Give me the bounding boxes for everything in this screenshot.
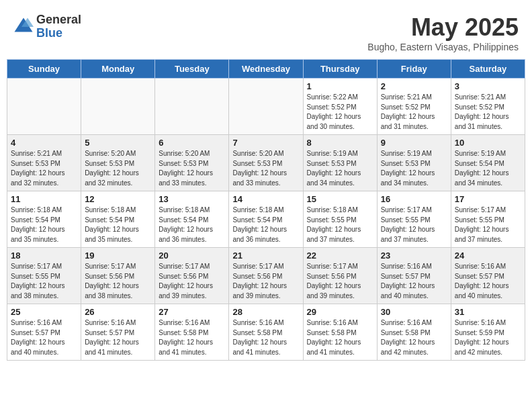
calendar-cell: 22Sunrise: 5:17 AM Sunset: 5:56 PM Dayli… [303, 248, 377, 304]
day-number: 7 [232, 138, 299, 148]
page-header: General Blue May 2025 Bugho, Eastern Vis… [7, 7, 525, 56]
day-number: 11 [11, 194, 77, 204]
day-number: 13 [159, 194, 225, 204]
day-number: 29 [307, 307, 373, 317]
day-number: 1 [307, 81, 373, 91]
day-number: 25 [11, 307, 77, 317]
day-info: Sunrise: 5:16 AM Sunset: 5:57 PM Dayligh… [85, 318, 151, 357]
calendar-cell [229, 79, 303, 135]
day-info: Sunrise: 5:17 AM Sunset: 5:56 PM Dayligh… [307, 262, 373, 301]
calendar-week-row: 4Sunrise: 5:21 AM Sunset: 5:53 PM Daylig… [7, 135, 525, 191]
day-number: 20 [159, 250, 225, 261]
calendar-cell: 17Sunrise: 5:17 AM Sunset: 5:55 PM Dayli… [451, 191, 525, 248]
calendar-week-row: 11Sunrise: 5:18 AM Sunset: 5:54 PM Dayli… [7, 191, 525, 248]
day-number: 6 [159, 138, 225, 148]
calendar-cell: 24Sunrise: 5:16 AM Sunset: 5:57 PM Dayli… [451, 248, 525, 304]
day-info: Sunrise: 5:16 AM Sunset: 5:57 PM Dayligh… [11, 318, 77, 357]
day-number: 28 [232, 307, 299, 317]
calendar-cell [155, 79, 229, 135]
day-info: Sunrise: 5:16 AM Sunset: 5:58 PM Dayligh… [381, 318, 447, 357]
day-info: Sunrise: 5:18 AM Sunset: 5:55 PM Dayligh… [307, 205, 373, 244]
calendar-cell: 19Sunrise: 5:17 AM Sunset: 5:56 PM Dayli… [81, 248, 155, 304]
day-number: 30 [381, 307, 447, 317]
day-of-week-header: Tuesday [155, 60, 229, 79]
day-info: Sunrise: 5:16 AM Sunset: 5:58 PM Dayligh… [232, 318, 299, 357]
calendar-cell: 27Sunrise: 5:16 AM Sunset: 5:58 PM Dayli… [155, 304, 229, 361]
title-area: May 2025 Bugho, Eastern Visayas, Philipp… [367, 13, 519, 52]
day-number: 3 [455, 81, 521, 91]
day-number: 26 [85, 307, 151, 317]
calendar-cell: 11Sunrise: 5:18 AM Sunset: 5:54 PM Dayli… [7, 191, 81, 248]
day-number: 17 [455, 194, 521, 204]
day-number: 24 [455, 250, 521, 261]
day-of-week-header: Friday [377, 60, 451, 79]
calendar-cell: 26Sunrise: 5:16 AM Sunset: 5:57 PM Dayli… [81, 304, 155, 361]
calendar-cell: 3Sunrise: 5:21 AM Sunset: 5:52 PM Daylig… [451, 79, 525, 135]
calendar-cell: 2Sunrise: 5:21 AM Sunset: 5:52 PM Daylig… [377, 79, 451, 135]
day-info: Sunrise: 5:16 AM Sunset: 5:58 PM Dayligh… [159, 318, 225, 357]
calendar-cell: 18Sunrise: 5:17 AM Sunset: 5:55 PM Dayli… [7, 248, 81, 304]
calendar-cell: 7Sunrise: 5:20 AM Sunset: 5:53 PM Daylig… [229, 135, 303, 191]
day-number: 31 [455, 307, 521, 317]
day-info: Sunrise: 5:16 AM Sunset: 5:58 PM Dayligh… [307, 318, 373, 357]
day-number: 14 [232, 194, 299, 204]
day-info: Sunrise: 5:19 AM Sunset: 5:53 PM Dayligh… [307, 149, 373, 188]
calendar-table: SundayMondayTuesdayWednesdayThursdayFrid… [7, 59, 525, 361]
calendar-cell: 20Sunrise: 5:17 AM Sunset: 5:56 PM Dayli… [155, 248, 229, 304]
day-info: Sunrise: 5:20 AM Sunset: 5:53 PM Dayligh… [232, 149, 299, 188]
day-number: 10 [455, 138, 521, 148]
calendar-cell: 14Sunrise: 5:18 AM Sunset: 5:54 PM Dayli… [229, 191, 303, 248]
calendar-cell [7, 79, 81, 135]
day-info: Sunrise: 5:21 AM Sunset: 5:52 PM Dayligh… [455, 93, 521, 132]
calendar-cell: 6Sunrise: 5:20 AM Sunset: 5:53 PM Daylig… [155, 135, 229, 191]
calendar-cell: 15Sunrise: 5:18 AM Sunset: 5:55 PM Dayli… [303, 191, 377, 248]
calendar-cell: 25Sunrise: 5:16 AM Sunset: 5:57 PM Dayli… [7, 304, 81, 361]
calendar-cell: 16Sunrise: 5:17 AM Sunset: 5:55 PM Dayli… [377, 191, 451, 248]
calendar-cell: 10Sunrise: 5:19 AM Sunset: 5:54 PM Dayli… [451, 135, 525, 191]
day-number: 8 [307, 138, 373, 148]
calendar-cell: 13Sunrise: 5:18 AM Sunset: 5:54 PM Dayli… [155, 191, 229, 248]
calendar-cell: 23Sunrise: 5:16 AM Sunset: 5:57 PM Dayli… [377, 248, 451, 304]
calendar-cell: 9Sunrise: 5:19 AM Sunset: 5:53 PM Daylig… [377, 135, 451, 191]
day-number: 16 [381, 194, 447, 204]
logo-blue-text: Blue [36, 27, 81, 40]
day-info: Sunrise: 5:16 AM Sunset: 5:57 PM Dayligh… [455, 262, 521, 301]
day-number: 19 [85, 250, 151, 261]
calendar-header-row: SundayMondayTuesdayWednesdayThursdayFrid… [7, 60, 525, 79]
logo-general-text: General [36, 13, 81, 27]
calendar-cell: 21Sunrise: 5:17 AM Sunset: 5:56 PM Dayli… [229, 248, 303, 304]
day-number: 21 [232, 250, 299, 261]
day-info: Sunrise: 5:20 AM Sunset: 5:53 PM Dayligh… [85, 149, 151, 188]
calendar-cell: 5Sunrise: 5:20 AM Sunset: 5:53 PM Daylig… [81, 135, 155, 191]
calendar-cell: 29Sunrise: 5:16 AM Sunset: 5:58 PM Dayli… [303, 304, 377, 361]
day-info: Sunrise: 5:22 AM Sunset: 5:52 PM Dayligh… [307, 93, 373, 132]
day-info: Sunrise: 5:16 AM Sunset: 5:59 PM Dayligh… [455, 318, 521, 357]
calendar-week-row: 1Sunrise: 5:22 AM Sunset: 5:52 PM Daylig… [7, 79, 525, 135]
day-info: Sunrise: 5:18 AM Sunset: 5:54 PM Dayligh… [159, 205, 225, 244]
day-info: Sunrise: 5:17 AM Sunset: 5:55 PM Dayligh… [455, 205, 521, 244]
calendar-cell: 12Sunrise: 5:18 AM Sunset: 5:54 PM Dayli… [81, 191, 155, 248]
day-number: 5 [85, 138, 151, 148]
day-number: 22 [307, 250, 373, 261]
calendar-cell: 8Sunrise: 5:19 AM Sunset: 5:53 PM Daylig… [303, 135, 377, 191]
calendar-cell: 30Sunrise: 5:16 AM Sunset: 5:58 PM Dayli… [377, 304, 451, 361]
day-info: Sunrise: 5:18 AM Sunset: 5:54 PM Dayligh… [85, 205, 151, 244]
day-info: Sunrise: 5:19 AM Sunset: 5:53 PM Dayligh… [381, 149, 447, 188]
day-of-week-header: Monday [81, 60, 155, 79]
day-of-week-header: Sunday [7, 60, 81, 79]
day-number: 15 [307, 194, 373, 204]
day-info: Sunrise: 5:17 AM Sunset: 5:56 PM Dayligh… [159, 262, 225, 301]
calendar-cell: 4Sunrise: 5:21 AM Sunset: 5:53 PM Daylig… [7, 135, 81, 191]
logo: General Blue [13, 13, 81, 40]
day-info: Sunrise: 5:19 AM Sunset: 5:54 PM Dayligh… [455, 149, 521, 188]
day-info: Sunrise: 5:17 AM Sunset: 5:56 PM Dayligh… [232, 262, 299, 301]
day-number: 23 [381, 250, 447, 261]
day-info: Sunrise: 5:17 AM Sunset: 5:55 PM Dayligh… [11, 262, 77, 301]
calendar-cell: 1Sunrise: 5:22 AM Sunset: 5:52 PM Daylig… [303, 79, 377, 135]
day-info: Sunrise: 5:20 AM Sunset: 5:53 PM Dayligh… [159, 149, 225, 188]
day-of-week-header: Saturday [451, 60, 525, 79]
day-info: Sunrise: 5:16 AM Sunset: 5:57 PM Dayligh… [381, 262, 447, 301]
day-info: Sunrise: 5:18 AM Sunset: 5:54 PM Dayligh… [232, 205, 299, 244]
day-info: Sunrise: 5:21 AM Sunset: 5:52 PM Dayligh… [381, 93, 447, 132]
day-info: Sunrise: 5:18 AM Sunset: 5:54 PM Dayligh… [11, 205, 77, 244]
